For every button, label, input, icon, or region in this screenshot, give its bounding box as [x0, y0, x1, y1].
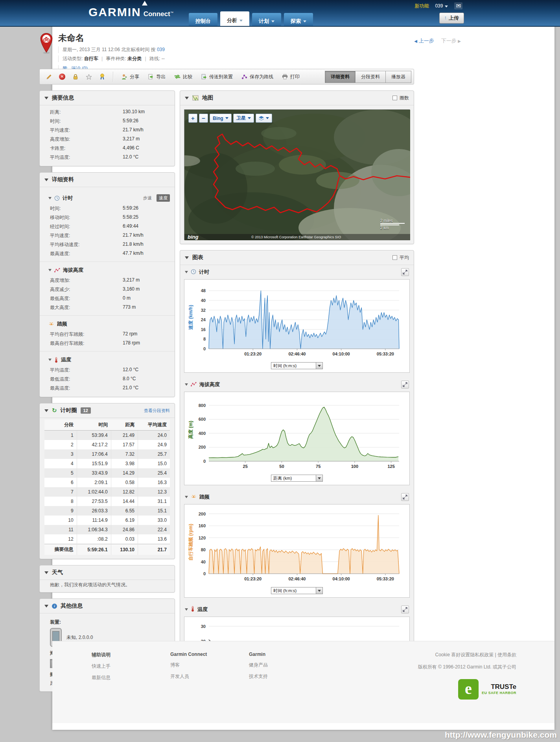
lap-cell: 24.9 — [138, 440, 170, 449]
laps-panel-header[interactable]: ↻ 计时圈 12 查看分段资料 — [40, 403, 175, 418]
elevation-subheader[interactable]: 海拔高度 — [40, 264, 175, 276]
nav-tab-dashboard[interactable]: 控制台 — [189, 13, 217, 26]
lap-cell: 0.58 — [111, 478, 138, 487]
prev-arrow-icon: ◀ — [414, 39, 417, 43]
cookie-policy-link[interactable]: Cookie 喜好设置隐私权政策 — [435, 652, 494, 657]
details-panel-header[interactable]: 详细资料 — [40, 173, 175, 187]
lap-cell: 3.98 — [111, 459, 138, 468]
owner-link[interactable]: 039 — [157, 47, 165, 52]
cadence-subheader[interactable]: 踏频 — [40, 318, 175, 330]
garmin-logo[interactable]: GARMINConnect™ — [88, 6, 173, 19]
lap-cell: 14.44 — [111, 497, 138, 506]
view-splits-link[interactable]: 查看分段资料 — [144, 408, 170, 414]
user-menu[interactable]: 039 — [435, 3, 448, 9]
stat-value: 5:58:25 — [123, 214, 169, 221]
chart-x-axis-dropdown[interactable]: 时间 (h:m:s) — [271, 587, 323, 594]
other-info-panel-header[interactable]: i 其他信息 — [40, 599, 175, 613]
temperature-subheader[interactable]: 温度 — [40, 354, 175, 366]
chart-expand-button[interactable] — [401, 493, 409, 501]
delete-button[interactable]: ✕ — [55, 72, 69, 82]
map-panel-header[interactable]: 地图 圈数 — [180, 91, 414, 105]
favorite-button[interactable] — [82, 72, 96, 82]
stat-row: 最高温度:21.0 °C — [40, 384, 175, 393]
view-details-button[interactable]: 详细资料 — [325, 71, 356, 83]
stat-row: 平均速度:21.7 km/h — [40, 231, 175, 240]
new-features-link[interactable]: 新功能 — [414, 3, 429, 9]
next-link[interactable]: 下一步 ▶ — [441, 37, 461, 44]
map-scale: 2 miles 2 km — [380, 219, 405, 231]
cadence-rows: 平均自行车踏频:72 rpm最高自行车踏频:178 rpm — [40, 330, 175, 348]
chart-subheader[interactable]: 计时 — [184, 267, 410, 279]
stat-label: 平均速度: — [50, 232, 123, 239]
stat-row: 最低温度:8.0 °C — [40, 375, 175, 384]
footer-link[interactable]: 技术支持 — [249, 673, 328, 680]
table-row: 62:09.10.5816.3 — [44, 478, 170, 487]
svg-text:75: 75 — [316, 464, 321, 469]
send-to-device-button[interactable]: 传送到装置 — [197, 72, 237, 82]
map-provider-dropdown[interactable]: Bing — [210, 114, 232, 123]
map-layers-dropdown[interactable] — [256, 114, 272, 123]
chart-expand-button[interactable] — [401, 268, 409, 276]
chart-subheader[interactable]: 踏频 — [184, 492, 410, 504]
stat-row: 平均移动速度:21.8 km/h — [40, 240, 175, 249]
collapse-triangle-icon — [185, 256, 189, 259]
svg-text:200: 200 — [199, 512, 206, 516]
privacy-button[interactable] — [69, 72, 82, 82]
chart-y-axis-label: 高度 (m) — [188, 421, 193, 439]
pace-toggle[interactable]: 步速 — [141, 194, 154, 202]
summary-panel-header[interactable]: 摘要信息 — [40, 91, 175, 105]
weather-panel-header[interactable]: 天气 — [40, 565, 175, 580]
nav-tab-plan[interactable]: 计划 — [252, 13, 281, 26]
footer-link[interactable]: 最新信息 — [92, 674, 170, 681]
chart-svg-elevation: 0200400600800255075100125高度 (m) — [186, 394, 405, 471]
view-splits-button[interactable]: 分段资料 — [356, 71, 386, 83]
bing-logo[interactable]: bing — [188, 234, 198, 240]
stat-row: 最大高度:773 m — [40, 303, 175, 312]
save-as-course-button[interactable]: 保存为路线 — [237, 72, 278, 82]
truste-logo[interactable]: e TRUSTe EU SAFE HARBOR — [458, 679, 516, 700]
charts-panel-header[interactable]: 图表 平均 — [180, 250, 414, 265]
share-button[interactable]: 分享 — [117, 72, 144, 82]
footer-link[interactable]: 开发人员 — [170, 673, 249, 680]
elevation-dots-icon — [54, 268, 60, 272]
map-icon — [192, 95, 199, 101]
laps-overlay-checkbox[interactable] — [392, 96, 397, 100]
chart-x-axis-dropdown[interactable]: 距离 (km) — [271, 475, 323, 482]
nav-tab-analyze[interactable]: 分析 — [220, 11, 249, 26]
chart-subheader[interactable]: 温度 — [184, 604, 410, 617]
prev-link[interactable]: ◀ 上一步 — [414, 37, 434, 44]
view-player-button[interactable]: 播放器 — [386, 71, 411, 83]
timing-subheader[interactable]: 计时 步速 速度 — [40, 192, 175, 204]
chart-expand-button[interactable] — [401, 606, 409, 613]
chart-x-axis-dropdown[interactable]: 时间 (h:m:s) — [271, 362, 323, 369]
upload-button[interactable]: ↑ 上传 — [439, 13, 464, 24]
map-view-dropdown[interactable]: 卫星 — [233, 114, 254, 123]
lap-cell: 15:51.9 — [77, 459, 111, 468]
laps-table: 分段时间距离平均速度153:39.421.4924.0242:17.217.57… — [44, 420, 170, 555]
compare-button[interactable]: 比较 — [170, 72, 197, 82]
speed-toggle[interactable]: 速度 — [157, 194, 170, 202]
svg-text:100: 100 — [351, 464, 358, 469]
average-overlay-checkbox[interactable] — [392, 255, 397, 260]
zoom-out-button[interactable]: − — [199, 114, 208, 123]
zoom-in-button[interactable]: + — [188, 114, 197, 123]
map-canvas[interactable]: bing © 2013 Microsoft Corporation Earths… — [184, 109, 410, 240]
footer-link[interactable]: 博客 — [170, 662, 249, 668]
print-button[interactable]: 打印 — [278, 72, 304, 82]
mail-icon[interactable]: ✉ — [454, 2, 462, 9]
svg-text:01:23:20: 01:23:20 — [244, 576, 262, 581]
stat-label: 时间: — [50, 205, 123, 212]
chart-subheader[interactable]: 海拔高度 — [184, 379, 410, 392]
footer-link[interactable]: 快速上手 — [92, 663, 170, 670]
footer-link[interactable]: 健身产品 — [249, 662, 328, 668]
table-row: 1011:14.96.1933.0 — [44, 516, 170, 525]
terms-link[interactable]: 使用条款 — [497, 652, 516, 657]
nav-tab-explore[interactable]: 探索 — [284, 13, 313, 26]
stat-row: 平均自行车踏频:72 rpm — [40, 330, 175, 339]
export-button[interactable]: 导出 — [144, 72, 170, 82]
chart-expand-button[interactable] — [401, 381, 409, 388]
lap-cell: 17:06.4 — [77, 449, 111, 459]
edit-button[interactable] — [42, 72, 55, 82]
svg-text:05:33:20: 05:33:20 — [377, 352, 394, 356]
achievement-button[interactable] — [96, 72, 109, 82]
